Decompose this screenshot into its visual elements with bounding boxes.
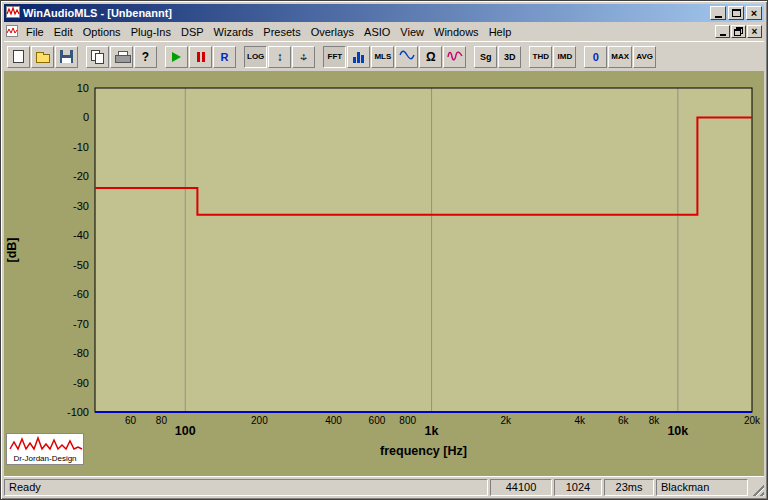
window-title: WinAudioMLS - [Unbenannt] <box>23 4 707 22</box>
mdi-restore-button[interactable] <box>731 25 746 38</box>
svg-text:20k: 20k <box>744 415 761 426</box>
close-button[interactable]: × <box>746 6 762 20</box>
three-d-button[interactable]: 3D <box>498 46 521 68</box>
menubar: File Edit Options Plug-Ins DSP Wizards P… <box>4 22 764 41</box>
menu-windows[interactable]: Windows <box>429 24 484 40</box>
mdi-minimize-icon <box>720 34 726 36</box>
menu-edit[interactable]: Edit <box>49 24 78 40</box>
print-button[interactable] <box>110 46 133 68</box>
up-down-arrow-icon: ↕ <box>277 50 283 64</box>
pause-button[interactable] <box>189 46 212 68</box>
titlebar[interactable]: WinAudioMLS - [Unbenannt] × <box>4 4 764 22</box>
svg-text:-10: -10 <box>73 141 89 153</box>
sg-label: Sg <box>480 52 492 62</box>
svg-text:100: 100 <box>175 424 196 438</box>
maximize-button[interactable] <box>728 6 744 20</box>
imd-label: IMD <box>558 52 573 61</box>
logo-dr-jordan-design: Dr-Jordan-Design <box>6 433 84 465</box>
status-field-1: 44100 <box>490 479 552 496</box>
mdi-restore-icon <box>734 27 743 36</box>
menu-presets[interactable]: Presets <box>258 24 305 40</box>
logo-text: Dr-Jordan-Design <box>13 453 76 464</box>
svg-text:10k: 10k <box>667 424 688 438</box>
svg-text:4k: 4k <box>575 415 587 426</box>
menu-file[interactable]: File <box>21 24 49 40</box>
bar-graph-icon <box>353 51 364 63</box>
impedance-button[interactable]: Ω <box>419 46 442 68</box>
open-folder-icon <box>36 54 50 63</box>
app-window: WinAudioMLS - [Unbenannt] × File Edit Op… <box>0 0 768 500</box>
titlebar-buttons: × <box>710 6 762 20</box>
distorted-wave-icon <box>447 49 463 64</box>
play-button[interactable] <box>165 46 188 68</box>
move-button[interactable]: ↔↕ <box>292 46 315 68</box>
statusbar: Ready 44100 1024 23ms Blackman <box>4 476 764 496</box>
record-button[interactable]: R <box>213 46 236 68</box>
help-button[interactable]: ? <box>134 46 157 68</box>
toolbar: ? R LOG ↕ ↔↕ FFT MLS Ω Sg 3D <box>4 41 764 71</box>
distortion-wave-button[interactable] <box>443 46 466 68</box>
zero-label: 0 <box>593 51 599 63</box>
menu-dsp[interactable]: DSP <box>176 24 209 40</box>
save-button[interactable] <box>55 46 78 68</box>
vertical-scale-button[interactable]: ↕ <box>268 46 291 68</box>
status-field-4: Blackman <box>656 479 748 496</box>
menu-help[interactable]: Help <box>484 24 517 40</box>
spectrum-bars-button[interactable] <box>347 46 370 68</box>
thd-label: THD <box>533 52 549 61</box>
menu-view[interactable]: View <box>395 24 429 40</box>
mdi-close-button[interactable]: × <box>747 25 762 38</box>
new-button[interactable] <box>7 46 30 68</box>
new-document-icon <box>13 50 24 63</box>
record-label: R <box>221 51 229 63</box>
svg-text:6k: 6k <box>618 415 630 426</box>
status-ready: Ready <box>4 479 488 496</box>
log-label: LOG <box>247 52 264 61</box>
move-cross-icon: ↔↕ <box>296 49 311 64</box>
zero-button[interactable]: 0 <box>584 46 607 68</box>
fft-label: FFT <box>328 52 343 61</box>
sine-button[interactable] <box>395 46 418 68</box>
status-field-3: 23ms <box>604 479 654 496</box>
minimize-icon <box>715 16 722 18</box>
menu-asio[interactable]: ASIO <box>359 24 395 40</box>
avg-label: AVG <box>636 52 653 61</box>
mdi-document-icon[interactable] <box>6 24 19 39</box>
open-button[interactable] <box>31 46 54 68</box>
resize-grip[interactable] <box>750 482 764 496</box>
minimize-button[interactable] <box>710 6 726 20</box>
avg-button[interactable]: AVG <box>633 46 656 68</box>
svg-text:200: 200 <box>251 415 268 426</box>
svg-text:400: 400 <box>325 415 342 426</box>
mls-button[interactable]: MLS <box>371 46 394 68</box>
svg-text:-60: -60 <box>73 288 89 300</box>
frequency-response-chart[interactable]: 100-10-20-30-40-50-60-70-80-90-100608020… <box>4 71 764 476</box>
menu-wizards[interactable]: Wizards <box>209 24 259 40</box>
svg-text:0: 0 <box>83 111 89 123</box>
svg-text:-30: -30 <box>73 200 89 212</box>
signal-generator-button[interactable]: Sg <box>474 46 497 68</box>
svg-text:800: 800 <box>399 415 416 426</box>
fft-button[interactable]: FFT <box>323 46 346 68</box>
logo-waveform-icon <box>9 435 83 453</box>
help-icon: ? <box>142 50 149 64</box>
save-floppy-icon <box>60 50 73 63</box>
svg-text:-40: -40 <box>73 229 89 241</box>
close-icon: × <box>751 8 757 19</box>
mdi-minimize-button[interactable] <box>715 25 730 38</box>
thd-button[interactable]: THD <box>529 46 552 68</box>
svg-text:-70: -70 <box>73 318 89 330</box>
menu-options[interactable]: Options <box>78 24 126 40</box>
max-label: MAX <box>611 52 629 61</box>
svg-text:-80: -80 <box>73 347 89 359</box>
log-scale-button[interactable]: LOG <box>244 46 267 68</box>
copy-button[interactable] <box>86 46 109 68</box>
svg-text:-100: -100 <box>67 406 89 418</box>
menu-overlays[interactable]: Overlays <box>306 24 359 40</box>
status-field-2: 1024 <box>554 479 602 496</box>
menu-plugins[interactable]: Plug-Ins <box>126 24 176 40</box>
imd-button[interactable]: IMD <box>553 46 576 68</box>
svg-text:600: 600 <box>369 415 386 426</box>
max-button[interactable]: MAX <box>608 46 632 68</box>
svg-text:80: 80 <box>156 415 168 426</box>
